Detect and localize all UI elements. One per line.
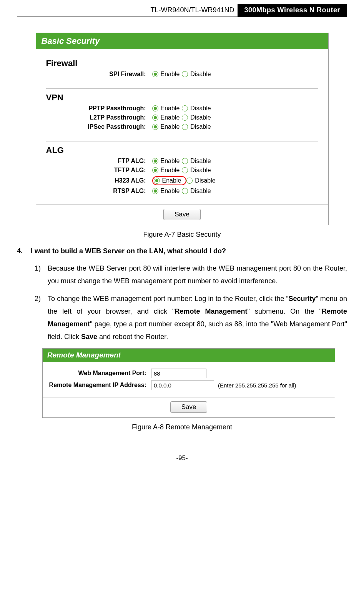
step-1-number: 1) bbox=[35, 262, 48, 288]
radio-on-icon bbox=[152, 71, 158, 77]
step-1: 1) Because the WEB Server port 80 will i… bbox=[35, 262, 347, 288]
l2tp-enable-radio[interactable]: Enable bbox=[152, 114, 180, 121]
h323-alg-label: H323 ALG: bbox=[46, 177, 152, 184]
basic-security-panel: Basic Security Firewall SPI Firewall: En… bbox=[36, 33, 329, 225]
panel-title: Basic Security bbox=[36, 33, 328, 49]
ipsec-enable-radio[interactable]: Enable bbox=[152, 123, 180, 130]
tftp-enable-radio[interactable]: Enable bbox=[152, 167, 180, 174]
remote-ip-label: Remote Management IP Address: bbox=[47, 382, 151, 389]
page-number: -95- bbox=[17, 454, 347, 462]
radio-off-icon bbox=[182, 71, 188, 77]
remote-ip-input[interactable] bbox=[151, 381, 214, 390]
pptp-disable-radio[interactable]: Disable bbox=[182, 105, 211, 112]
question-number: 4. bbox=[17, 247, 31, 255]
vpn-heading: VPN bbox=[46, 93, 318, 103]
remote-title: Remote Management bbox=[43, 349, 335, 362]
question-text: I want to build a WEB Server on the LAN,… bbox=[31, 247, 226, 255]
ipsec-label: IPSec Passthrough: bbox=[46, 123, 152, 130]
figure-a8-caption: Figure A-8 Remote Management bbox=[17, 423, 347, 431]
save-button[interactable]: Save bbox=[163, 209, 201, 220]
question-4: 4. I want to build a WEB Server on the L… bbox=[17, 247, 347, 255]
figure-a7-caption: Figure A-7 Basic Security bbox=[17, 231, 347, 239]
tftp-disable-radio[interactable]: Disable bbox=[182, 167, 211, 174]
pptp-enable-radio[interactable]: Enable bbox=[152, 105, 180, 112]
rtsp-disable-radio[interactable]: Disable bbox=[182, 188, 211, 194]
h323-disable-radio[interactable]: Disable bbox=[186, 177, 215, 184]
step-2-number: 2) bbox=[35, 293, 48, 344]
pptp-label: PPTP Passthrough: bbox=[46, 105, 152, 112]
ftp-alg-label: FTP ALG: bbox=[46, 158, 152, 165]
tftp-alg-label: TFTP ALG: bbox=[46, 167, 152, 174]
rtsp-enable-radio[interactable]: Enable bbox=[152, 188, 180, 194]
remote-ip-hint: (Enter 255.255.255.255 for all) bbox=[218, 382, 296, 389]
firewall-heading: Firewall bbox=[46, 58, 318, 68]
remote-save-button[interactable]: Save bbox=[170, 401, 208, 413]
spi-disable-radio[interactable]: Disable bbox=[182, 71, 211, 78]
step-2: 2) To change the WEB management port num… bbox=[35, 293, 347, 344]
alg-heading: ALG bbox=[46, 145, 318, 155]
rtsp-alg-label: RTSP ALG: bbox=[46, 188, 152, 194]
highlight-ring-icon: Enable bbox=[152, 176, 187, 185]
remote-management-panel: Remote Management Web Management Port: R… bbox=[42, 348, 335, 418]
ftp-enable-radio[interactable]: Enable bbox=[152, 158, 180, 165]
l2tp-disable-radio[interactable]: Disable bbox=[182, 114, 211, 121]
model-label: TL-WR940N/TL-WR941ND bbox=[143, 4, 238, 17]
web-port-input[interactable] bbox=[151, 369, 206, 378]
page-header: TL-WR940N/TL-WR941ND 300Mbps Wireless N … bbox=[17, 4, 347, 17]
step-1-text: Because the WEB Server port 80 will inte… bbox=[48, 262, 347, 288]
product-label: 300Mbps Wireless N Router bbox=[238, 4, 347, 17]
web-port-label: Web Management Port: bbox=[47, 370, 151, 377]
spi-firewall-label: SPI Firewall: bbox=[46, 71, 152, 78]
ipsec-disable-radio[interactable]: Disable bbox=[182, 123, 211, 130]
spi-firewall-row: SPI Firewall: Enable Disable bbox=[46, 71, 318, 78]
spi-enable-radio[interactable]: Enable bbox=[152, 71, 180, 78]
step-2-text: To change the WEB management port number… bbox=[48, 293, 347, 344]
ftp-disable-radio[interactable]: Disable bbox=[182, 158, 211, 165]
l2tp-label: L2TP Passthrough: bbox=[46, 114, 152, 121]
h323-enable-radio[interactable]: Enable bbox=[154, 177, 181, 184]
